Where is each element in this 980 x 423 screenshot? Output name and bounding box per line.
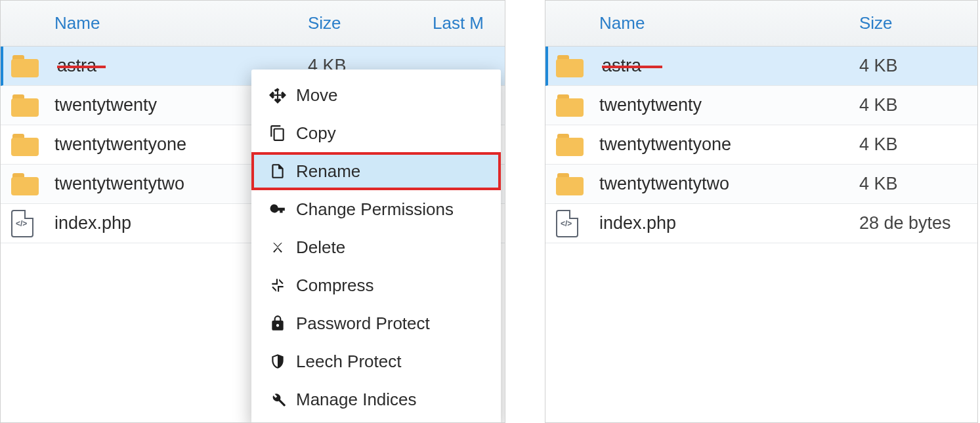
file-size: 4 KB <box>840 134 977 155</box>
folder-icon <box>11 173 39 195</box>
menu-item-compress[interactable]: Compress <box>251 266 501 304</box>
lock-icon <box>268 314 287 332</box>
file-size: 4 KB <box>840 56 977 76</box>
header-name[interactable]: Name <box>1 13 288 33</box>
file-icon: </> <box>556 210 578 237</box>
file-name: astra-- <box>602 56 840 76</box>
rename-icon <box>268 162 287 180</box>
menu-item-copy[interactable]: Copy <box>251 114 501 152</box>
copy-icon <box>268 124 287 142</box>
file-size: 28 de bytes <box>840 213 977 233</box>
file-size: 4 KB <box>840 95 977 115</box>
menu-item-leech-protect[interactable]: Leech Protect <box>251 342 501 380</box>
column-headers: Name Size <box>545 1 977 47</box>
file-row-astra-renamed[interactable]: astra-- 4 KB <box>545 47 977 86</box>
menu-label: Move <box>296 85 338 106</box>
menu-label: Leech Protect <box>296 352 401 372</box>
folder-icon <box>556 94 584 117</box>
menu-label: Rename <box>296 161 360 182</box>
menu-item-rename[interactable]: Rename <box>251 152 501 190</box>
folder-icon <box>556 173 584 195</box>
column-headers: Name Size Last M <box>1 1 505 47</box>
file-row-twentytwentytwo[interactable]: twentytwentytwo 4 KB <box>545 165 977 204</box>
menu-item-change-permissions[interactable]: Change Permissions <box>251 190 501 228</box>
folder-icon <box>556 55 584 77</box>
file-name: twentytwentyone <box>599 134 840 155</box>
menu-label: Copy <box>296 123 336 144</box>
folder-icon <box>11 55 39 77</box>
file-icon: </> <box>11 210 33 237</box>
delete-icon <box>268 238 287 256</box>
file-size: 4 KB <box>840 174 977 194</box>
folder-icon <box>11 134 39 156</box>
menu-label: Delete <box>296 237 345 258</box>
file-row-twentytwentyone[interactable]: twentytwentyone 4 KB <box>545 125 977 165</box>
file-name: twentytwenty <box>599 95 840 115</box>
highlight-underline <box>57 66 106 68</box>
header-name[interactable]: Name <box>545 13 840 33</box>
compress-icon <box>268 276 287 294</box>
file-row-twentytwenty[interactable]: twentytwenty 4 KB <box>545 86 977 125</box>
highlight-underline <box>602 66 662 68</box>
menu-label: Change Permissions <box>296 199 454 220</box>
menu-label: Password Protect <box>296 313 430 334</box>
move-icon <box>268 86 287 104</box>
file-panel-left: Name Size Last M astra 4 KB twentytwenty… <box>0 0 505 423</box>
menu-item-delete[interactable]: Delete <box>251 228 501 266</box>
file-name: twentytwentytwo <box>599 174 840 194</box>
file-name: index.php <box>599 213 840 233</box>
key-icon <box>268 200 287 218</box>
menu-item-manage-indices[interactable]: Manage Indices <box>251 380 501 418</box>
folder-icon <box>11 94 39 117</box>
menu-label: Compress <box>296 275 373 296</box>
header-last-modified[interactable]: Last M <box>426 13 505 33</box>
file-row-index-php[interactable]: </> index.php 28 de bytes <box>545 204 977 243</box>
header-size[interactable]: Size <box>840 13 977 33</box>
wrench-icon <box>268 390 287 409</box>
shield-icon <box>268 352 287 371</box>
menu-item-password-protect[interactable]: Password Protect <box>251 304 501 342</box>
context-menu: Move Copy Rename Change Permissions Dele… <box>251 70 501 423</box>
menu-item-move[interactable]: Move <box>251 76 501 114</box>
menu-label: Manage Indices <box>296 390 417 410</box>
file-panel-right: Name Size astra-- 4 KB twentytwenty 4 KB… <box>545 0 978 423</box>
folder-icon <box>556 134 584 156</box>
header-size[interactable]: Size <box>288 13 426 33</box>
